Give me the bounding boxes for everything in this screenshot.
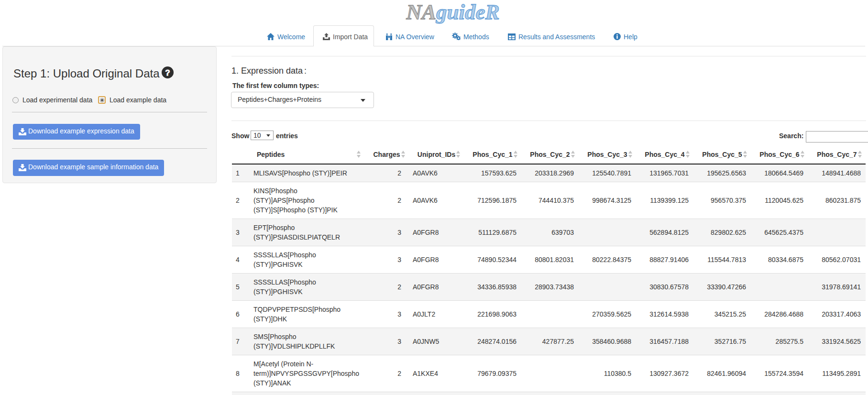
svg-text:?: ?	[165, 68, 170, 77]
